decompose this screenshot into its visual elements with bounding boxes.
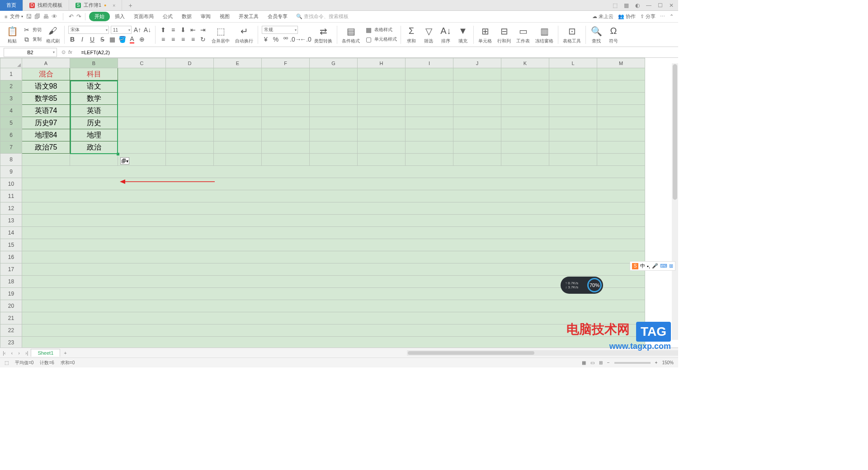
- cell[interactable]: [501, 105, 549, 117]
- tab-workbook[interactable]: S工作簿1•×: [69, 0, 122, 11]
- grow-font-icon[interactable]: A↑: [133, 26, 142, 34]
- cell[interactable]: [501, 154, 549, 166]
- cell[interactable]: [22, 166, 645, 178]
- cell[interactable]: [262, 117, 310, 129]
- cell[interactable]: [597, 105, 645, 117]
- locate-icon[interactable]: ⊙: [61, 49, 66, 55]
- cell[interactable]: [358, 154, 406, 166]
- ime-keyboard-icon[interactable]: ⌨: [660, 263, 667, 269]
- condfmt-button[interactable]: ▤条件格式: [339, 25, 363, 44]
- paste-options-button[interactable]: 🗐▾: [120, 157, 129, 164]
- menu-view[interactable]: 视图: [216, 12, 234, 21]
- cell[interactable]: [262, 105, 310, 117]
- cell[interactable]: [406, 154, 453, 166]
- collapse-ribbon-icon[interactable]: ⌃: [670, 14, 674, 19]
- menu-insert[interactable]: 插入: [111, 12, 129, 21]
- cell[interactable]: [22, 239, 645, 251]
- coop-button[interactable]: 👥 协作: [618, 13, 636, 20]
- cell[interactable]: [549, 105, 597, 117]
- fontcolor-icon[interactable]: A: [128, 35, 136, 43]
- row-header[interactable]: 19: [0, 288, 22, 300]
- cell[interactable]: [310, 68, 358, 80]
- number-format-select[interactable]: 常规: [262, 26, 298, 34]
- row-header[interactable]: 6: [0, 129, 22, 141]
- cell[interactable]: [118, 129, 166, 141]
- align-right-icon[interactable]: ≡: [179, 35, 187, 43]
- cell[interactable]: [310, 105, 358, 117]
- cell[interactable]: [70, 154, 118, 166]
- cell[interactable]: [22, 276, 645, 288]
- format-painter[interactable]: 🖌格式刷: [43, 25, 62, 44]
- col-header[interactable]: H: [358, 58, 406, 68]
- cell[interactable]: [453, 93, 501, 105]
- wrap-button[interactable]: ↵自动换行: [232, 25, 256, 44]
- cell[interactable]: 英语74: [22, 105, 70, 117]
- cell[interactable]: [166, 117, 214, 129]
- apps-icon[interactable]: ▦: [624, 2, 629, 9]
- view-break-icon[interactable]: ⊞: [599, 360, 603, 365]
- cell[interactable]: [549, 68, 597, 80]
- currency-icon[interactable]: ¥: [262, 35, 270, 43]
- cell[interactable]: 数学85: [22, 93, 70, 105]
- menu-file[interactable]: 文件 ▾: [10, 13, 23, 20]
- sheet-last-icon[interactable]: ›|: [23, 350, 31, 356]
- cell[interactable]: [406, 141, 453, 154]
- more-icon[interactable]: ⋯: [660, 14, 665, 19]
- merge-button[interactable]: ⬚合并居中: [209, 25, 232, 44]
- cell[interactable]: 政治75: [22, 141, 70, 154]
- sheet-prev-icon[interactable]: ‹: [9, 350, 16, 356]
- cell[interactable]: [262, 129, 310, 141]
- cell[interactable]: [358, 93, 406, 105]
- cell[interactable]: [118, 80, 166, 93]
- typeconv-button[interactable]: ⇄类型转换: [311, 25, 335, 44]
- col-header[interactable]: C: [118, 58, 166, 68]
- cell[interactable]: [453, 141, 501, 154]
- row-header[interactable]: 17: [0, 263, 22, 276]
- col-header[interactable]: G: [310, 58, 358, 68]
- cell[interactable]: [262, 80, 310, 93]
- cell[interactable]: [118, 141, 166, 154]
- row-header[interactable]: 23: [0, 337, 22, 349]
- cell[interactable]: [214, 141, 262, 154]
- cell[interactable]: [597, 117, 645, 129]
- sheet-first-icon[interactable]: |‹: [0, 350, 9, 356]
- inc-decimal-icon[interactable]: .0→: [292, 35, 300, 43]
- col-header[interactable]: L: [549, 58, 597, 68]
- cellstyle-button[interactable]: 单元格样式: [374, 36, 397, 42]
- copy-icon[interactable]: ⧉: [23, 35, 31, 43]
- zoom-value[interactable]: 150%: [662, 360, 674, 365]
- copy-button[interactable]: 复制: [33, 36, 42, 42]
- indent-inc-icon[interactable]: ⇥: [199, 26, 207, 34]
- cell[interactable]: [166, 129, 214, 141]
- tab-new[interactable]: +: [122, 0, 138, 11]
- command-search[interactable]: 🔍 查找命令、搜索模板: [296, 13, 349, 20]
- ime-mic-icon[interactable]: 🎤: [652, 263, 658, 269]
- row-header[interactable]: 16: [0, 251, 22, 263]
- freeze-button[interactable]: ▥冻结窗格: [533, 25, 556, 44]
- orientation-icon[interactable]: ↻: [199, 35, 207, 43]
- undo-icon[interactable]: ↶: [69, 13, 74, 20]
- cell[interactable]: [22, 337, 645, 349]
- cell[interactable]: [22, 324, 645, 337]
- cell[interactable]: [22, 178, 645, 190]
- cell[interactable]: [310, 93, 358, 105]
- cell[interactable]: [501, 129, 549, 141]
- sheet-tab[interactable]: Sheet1: [31, 349, 60, 357]
- cell[interactable]: [406, 129, 453, 141]
- underline-icon[interactable]: U: [88, 35, 96, 43]
- col-header[interactable]: A: [22, 58, 70, 68]
- print-icon[interactable]: 🖶: [43, 13, 49, 20]
- cell[interactable]: [358, 105, 406, 117]
- saveas-icon[interactable]: 🗐: [34, 13, 40, 20]
- row-header[interactable]: 9: [0, 166, 22, 178]
- tablestyle-button[interactable]: 表格样式: [374, 27, 392, 33]
- cell[interactable]: 历史97: [22, 117, 70, 129]
- layout-icon[interactable]: ⬚: [613, 2, 618, 9]
- menu-member[interactable]: 会员专享: [264, 12, 292, 21]
- name-box[interactable]: B2: [4, 48, 57, 57]
- row-header[interactable]: 13: [0, 215, 22, 227]
- save-icon[interactable]: 🖫: [26, 13, 32, 20]
- cell[interactable]: [453, 105, 501, 117]
- cell[interactable]: [22, 190, 645, 202]
- select-all-corner[interactable]: [0, 58, 22, 68]
